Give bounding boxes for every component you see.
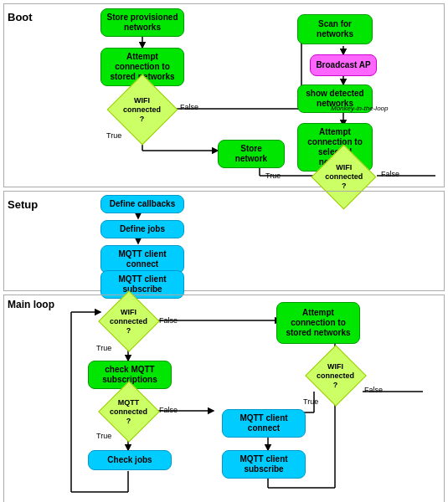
setup-label: Setup (8, 198, 38, 211)
main-false3: False (364, 386, 383, 394)
main-true2: True (96, 432, 111, 440)
main-true1: True (96, 344, 111, 352)
store-provisioned-box: Store provisioned networks (100, 8, 184, 37)
main-mqtt-subscribe-box: MQTT client subscribe (222, 450, 306, 479)
main-false1: False (159, 316, 178, 325)
main-section: Main loop (3, 295, 445, 502)
broadcast-ap-box: Broadcast AP (310, 54, 377, 76)
boot-section: Boot (3, 3, 445, 187)
boot-label: Boot (8, 11, 33, 23)
boot-true2-label: True (265, 172, 281, 180)
main-attempt-stored-box: Attempt connection to stored networks (276, 302, 360, 344)
main-label: Main loop (8, 299, 54, 310)
define-jobs-box: Define jobs (100, 220, 184, 238)
main-mqtt-connected-diamond: MQTTconnected? (99, 392, 159, 431)
boot-false2-label: False (381, 170, 399, 178)
mqtt-connect-setup-box: MQTT client connect (100, 245, 184, 274)
main-true3: True (303, 397, 318, 406)
main-wifi-2-diamond: WIFIconnected? (306, 356, 366, 396)
store-network-box: Store network (218, 140, 285, 168)
wifi-connected-2-diamond: WIFIconnected? (312, 159, 375, 194)
define-callbacks-box: Define callbacks (100, 195, 184, 213)
main-false2: False (159, 406, 178, 414)
wifi-connected-1-diamond: WIFIconnected? (109, 92, 176, 127)
monkey-note: Monkey-in-the-loop (331, 105, 388, 112)
main-wifi-1-diamond: WIFIconnected? (99, 300, 159, 343)
setup-section: Setup Define callbacks Define jobs MQTT … (3, 191, 445, 291)
boot-true1-label: True (106, 131, 121, 140)
check-jobs-box: Check jobs (88, 450, 172, 470)
main-mqtt-connect-box: MQTT client connect (222, 409, 306, 438)
scan-networks-box: Scan for networks (297, 14, 373, 44)
boot-false1-label: False (180, 103, 198, 111)
